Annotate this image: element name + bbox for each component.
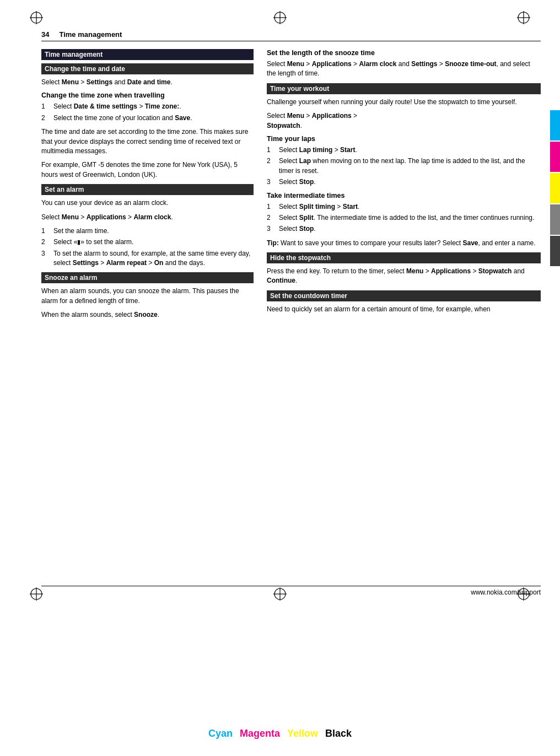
section-header-snooze-alarm: Snooze an alarm bbox=[41, 272, 254, 283]
list-item: 3 Select Stop. bbox=[267, 224, 541, 234]
intermediate-list: 1 Select Split timing > Start. 2 Select … bbox=[267, 202, 541, 234]
page-footer: www.nokia.com/support bbox=[41, 586, 541, 596]
page-title: Time management bbox=[59, 30, 122, 39]
page-number: 34 bbox=[41, 30, 49, 39]
left-column: Time management Change the time and date… bbox=[41, 49, 254, 325]
set-alarm-select: Select Menu > Applications > Alarm clock… bbox=[41, 213, 254, 222]
reg-mark-top-right bbox=[516, 10, 531, 25]
reg-mark-top-left bbox=[29, 10, 44, 25]
list-item: 1 Select Date & time settings > Time zon… bbox=[41, 102, 254, 111]
page-wrapper: 34 Time management Time management Chang… bbox=[0, 0, 560, 756]
laps-list: 1 Select Lap timing > Start. 2 Select La… bbox=[267, 145, 541, 187]
list-item: 1 Select Split timing > Start. bbox=[267, 202, 541, 212]
two-column-layout: Time management Change the time and date… bbox=[41, 49, 541, 325]
snooze-alarm-body-2: When the alarm sounds, select Snooze. bbox=[41, 310, 254, 320]
side-tab-magenta bbox=[550, 142, 560, 172]
cmyk-yellow-label: Yellow bbox=[286, 728, 319, 739]
section-header-time-management: Time management bbox=[41, 49, 254, 60]
list-item: 1 Select Lap timing > Start. bbox=[267, 145, 541, 155]
reg-mark-top-center bbox=[272, 10, 288, 25]
change-time-date-body: Select Menu > Settings and Date and time… bbox=[41, 78, 254, 87]
side-tab-cyan bbox=[550, 110, 560, 141]
subsection-title-timezone: Change the time zone when travelling bbox=[41, 91, 254, 99]
right-column: Set the length of the snooze time Select… bbox=[267, 49, 541, 325]
timezone-body-1: The time and date are set according to t… bbox=[41, 127, 254, 156]
subsection-title-snooze-length: Set the length of the snooze time bbox=[267, 49, 541, 57]
subsection-title-laps: Time your laps bbox=[267, 135, 541, 143]
alarm-list: 1 Set the alarm time. 2 Select «▮» to se… bbox=[41, 226, 254, 268]
snooze-length-body: Select Menu > Applications > Alarm clock… bbox=[267, 60, 541, 79]
section-header-change-time-date: Change the time and date bbox=[41, 63, 254, 74]
content-area: 34 Time management Time management Chang… bbox=[41, 30, 541, 596]
tip-block: Tip: Want to save your times to compare … bbox=[267, 239, 541, 248]
footer-url: www.nokia.com/support bbox=[471, 588, 541, 596]
cmyk-black-label: Black bbox=[324, 728, 353, 739]
list-item: 1 Set the alarm time. bbox=[41, 226, 254, 236]
cmyk-space3 bbox=[319, 728, 324, 739]
section-header-countdown: Set the countdown timer bbox=[267, 290, 541, 301]
list-item: 2 Select «▮» to set the alarm. bbox=[41, 237, 254, 247]
subsection-title-intermediate: Take intermediate times bbox=[267, 192, 541, 199]
section-header-workout: Time your workout bbox=[267, 83, 541, 94]
cmyk-space1 bbox=[234, 728, 239, 739]
timezone-body-2: For example, GMT -5 denotes the time zon… bbox=[41, 160, 254, 180]
side-tab-yellow bbox=[550, 173, 560, 203]
side-tab-gray2 bbox=[550, 236, 560, 266]
side-color-tabs bbox=[550, 110, 560, 266]
cmyk-cyan-label: Cyan bbox=[207, 728, 234, 739]
snooze-alarm-body-1: When an alarm sounds, you can snooze the… bbox=[41, 287, 254, 306]
timezone-list: 1 Select Date & time settings > Time zon… bbox=[41, 102, 254, 123]
set-alarm-intro: You can use your device as an alarm cloc… bbox=[41, 198, 254, 208]
section-header-hide-stopwatch: Hide the stopwatch bbox=[267, 252, 541, 263]
page-header: 34 Time management bbox=[41, 30, 541, 41]
workout-intro: Challenge yourself when running your dai… bbox=[267, 98, 541, 107]
list-item: 3 To set the alarm to sound, for example… bbox=[41, 249, 254, 268]
cmyk-magenta-label: Magenta bbox=[239, 728, 281, 739]
list-item: 3 Select Stop. bbox=[267, 177, 541, 187]
list-item: 2 Select Lap when moving on to the next … bbox=[267, 156, 541, 176]
section-header-set-alarm: Set an alarm bbox=[41, 184, 254, 195]
side-tab-gray1 bbox=[550, 204, 560, 235]
hide-stopwatch-body: Press the end key. To return to the time… bbox=[267, 267, 541, 286]
workout-select: Select Menu > Applications >Stopwatch. bbox=[267, 111, 541, 131]
countdown-body: Need to quickly set an alarm for a certa… bbox=[267, 305, 541, 314]
list-item: 2 Select the time zone of your location … bbox=[41, 114, 254, 123]
list-item: 2 Select Split. The intermediate time is… bbox=[267, 213, 541, 223]
cmyk-bar: Cyan Magenta Yellow Black bbox=[0, 728, 560, 739]
cmyk-space2 bbox=[281, 728, 286, 739]
